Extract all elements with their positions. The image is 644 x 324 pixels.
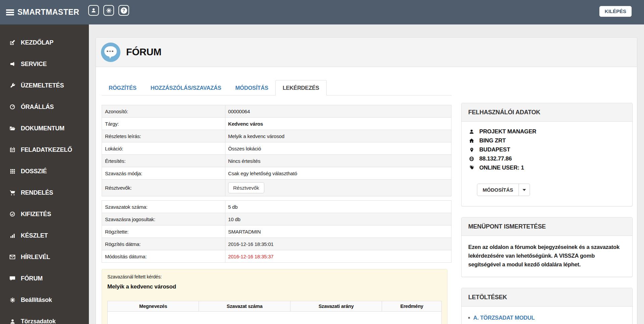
sidebar-item-label: ÓRAÁLLÁS [21,104,54,111]
user-data-panel-title: FELHASZNÁLÓI ADATOK [462,103,632,122]
menu-description-panel: MENÜPONT ISMERTETÉSE Ezen az oldalon a f… [461,217,633,277]
sidebar-item-label: RENDELÉS [21,189,53,196]
envelope-icon [8,254,16,260]
table-row: Tárgy: Kedvenc város [102,118,451,130]
list-item: A. TÖRZSADAT MODUL [468,315,626,321]
sidebar-item-dokumentum[interactable]: DOKUMENTUM [0,118,89,139]
logout-button[interactable]: KILÉPÉS [599,6,632,17]
sidebar-item-forum[interactable]: FÓRUM [0,268,89,289]
forum-query-content: RÖGZÍTÉS HOZZÁSZÓLÁS/SZAVAZÁS MÓDOSÍTÁS … [102,80,451,324]
poll-col-eredmeny: Eredmény [382,301,442,312]
downloads-panel: LETÖLTÉSEK A. TÖRZSADAT MODUL B. SERVICE… [461,288,633,324]
app-brand: SMARTMASTER [17,0,79,24]
user-name-item: PROJEKT MANAGER [468,128,626,135]
gear-icon [8,297,16,303]
folder-icon [8,125,16,131]
poll-question-label: Szavazásnál feltett kérdés: [107,274,442,279]
settings-button[interactable] [103,5,114,16]
table-row: Részletes leírás: Melyik a kedvenc város… [102,130,451,142]
table-row: Szavazás módja: Csak egy lehetőség válas… [102,167,451,180]
table-row: Szavazatok száma: 5 db [102,201,451,213]
sidebar-item-label: DOSSZIÉ [21,168,47,175]
tab-rogzites[interactable]: RÖGZÍTÉS [102,80,144,95]
downloads-list: A. TÖRZSADAT MODUL B. SERVICE MODUL C. Ü… [468,315,626,324]
participants-button[interactable]: Résztvevők [228,182,264,193]
top-navbar: SMARTMASTER ? KILÉPÉS [0,0,644,24]
user-ip-item: 88.132.77.86 [468,155,626,162]
sidebar-item-label: KÉSZLET [21,232,48,239]
sidebar-item-label: Törzsadatok [21,318,56,324]
gauge-icon [8,104,16,110]
forum-meta-table: Szavazatok száma: 5 db Szavazásra jogosu… [102,200,451,263]
sidebar-item-rendeles[interactable]: RENDELÉS [0,182,89,203]
chevron-down-icon [523,189,526,191]
menu-description-text: Ezen az oldalon a fórumok bejegyzéseinek… [468,243,626,269]
table-row-participants: Résztvevők: Résztvevők [102,180,451,196]
user-icon [91,8,96,13]
user-info-list: PROJEKT MANAGER BING ZRT BUDAPEST 8 [468,128,626,171]
sidebar-nav: KEZDŐLAP SERVICE ÜZEMELTETÉS ÓRAÁLLÁS DO… [0,24,89,324]
forum-details-table: Azonosító: 00000064 Tárgy: Kedvenc város… [102,105,451,196]
person-icon [468,129,475,134]
calendar-icon [8,147,16,153]
sidebar-item-uzemeltetes[interactable]: ÜZEMELTETÉS [0,75,89,96]
forum-icon [101,43,120,62]
forum-panel: FÓRUM RÖGZÍTÉS HOZZÁSZÓLÁS/SZAVAZÁS MÓDO… [96,37,637,324]
user-city-item: BUDAPEST [468,146,626,153]
table-row-modified-date: Módosítás dátuma: 2016-12-16 18:35:37 [102,250,451,263]
sidebar-item-kezdolap[interactable]: KEZDŐLAP [0,32,89,53]
table-row: Rögzítette: SMARTADMIN [102,225,451,238]
modify-dropdown-toggle[interactable] [519,184,530,196]
user-company-item: BING ZRT [468,137,626,144]
sidebar-item-keszlet[interactable]: KÉSZLET [0,225,89,246]
sidebar-item-label: KIFIZETÉS [21,211,51,218]
poll-table-row [107,312,442,324]
help-button[interactable]: ? [118,5,129,16]
tab-modositas[interactable]: MÓDOSÍTÁS [228,80,275,95]
sidebar-item-service[interactable]: SERVICE [0,53,89,75]
table-row: Szavazásra jogosultak: 10 db [102,213,451,225]
table-row: Értesítés: Nincs értesítés [102,155,451,167]
sidebar-item-label: ÜZEMELTETÉS [21,82,64,89]
table-row: Rögzítés dátma: 2016-12-16 18:35:01 [102,238,451,250]
online-users-item: ONLINE USER: 1 [468,165,626,171]
person-icon [8,319,16,324]
sidebar-item-label: FELADATKEZELŐ [21,146,72,153]
tab-lekerdezes[interactable]: LEKÉRDEZÉS [275,80,327,95]
modify-button[interactable]: MÓDOSÍTÁS [477,184,519,196]
sidebar-item-oraallas[interactable]: ÓRAÁLLÁS [0,96,89,118]
check-circle-icon [8,211,16,217]
sidebar-item-feladatkezelo[interactable]: FELADATKEZELŐ [0,139,89,160]
sidebar-item-beallitasok[interactable]: Beállítások [0,289,89,311]
home-icon [468,138,475,143]
tags-icon [468,165,475,171]
forum-tabs: RÖGZÍTÉS HOZZÁSZÓLÁS/SZAVAZÁS MÓDOSÍTÁS … [102,80,451,95]
sidebar-item-label: FÓRUM [21,275,43,282]
sidebar-item-label: DOKUMENTUM [21,125,64,132]
sidebar-item-torzsadatok[interactable]: Törzsadatok [0,311,89,324]
poll-col-megnevezes: Megnevezés [108,301,199,312]
sidebar-item-label: HÍRLEVÉL [21,254,50,261]
table-row: Azonosító: 00000064 [102,105,451,118]
question-icon: ? [121,7,127,14]
comment-icon [8,275,16,281]
sidebar-item-hirlevel[interactable]: HÍRLEVÉL [0,246,89,268]
user-button[interactable] [88,5,99,16]
sidebar-item-kifizetes[interactable]: KIFIZETÉS [0,203,89,225]
gear-icon [106,8,112,13]
menu-toggle-icon[interactable] [6,9,14,15]
right-sidebar: FELHASZNÁLÓI ADATOK PROJEKT MANAGER BING… [461,103,633,324]
edit-icon [8,40,16,46]
grid-icon [8,169,16,174]
menu-description-title: MENÜPONT ISMERTETÉSE [462,217,632,236]
cart-icon [8,190,16,196]
tab-hozzaszolas-szavazas[interactable]: HOZZÁSZÓLÁS/SZAVAZÁS [144,80,228,95]
globe-icon [468,156,475,161]
map-marker-icon [468,147,475,152]
poll-col-szavazati-arany: Szavazati arány [290,301,382,312]
forum-panel-heading: FÓRUM [96,38,637,67]
user-data-panel: FELHASZNÁLÓI ADATOK PROJEKT MANAGER BING… [461,103,633,206]
bullhorn-icon [8,61,16,67]
download-link-torzsadat[interactable]: A. TÖRZSADAT MODUL [473,315,535,321]
sidebar-item-dosszie[interactable]: DOSSZIÉ [0,160,89,182]
